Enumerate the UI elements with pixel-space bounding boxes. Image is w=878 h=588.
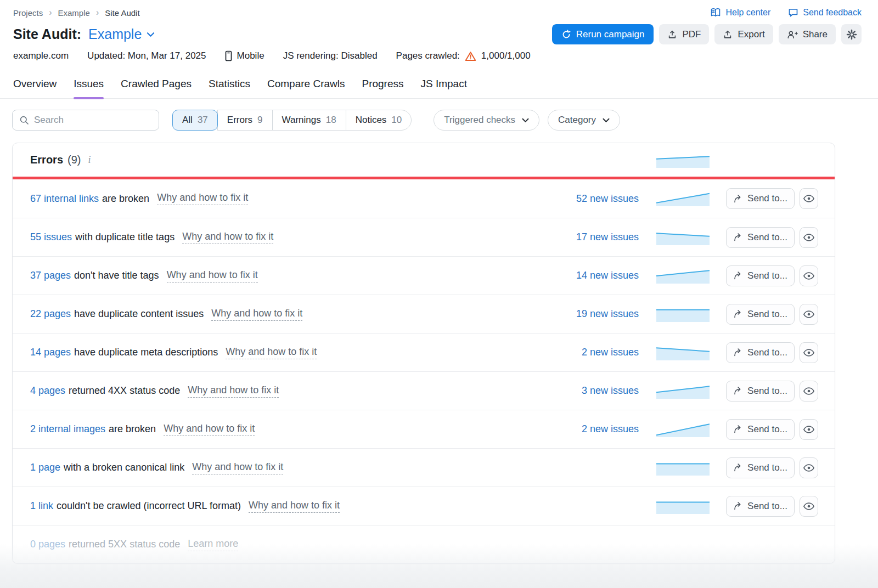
- send-to-label: Send to...: [747, 232, 787, 243]
- issue-count-link[interactable]: 1 page: [30, 462, 60, 473]
- tab-js-impact[interactable]: JS Impact: [421, 75, 467, 98]
- search-input[interactable]: [34, 115, 152, 126]
- send-to-label: Send to...: [747, 193, 787, 204]
- learn-more-link[interactable]: Learn more: [188, 538, 238, 551]
- filter-chip-all[interactable]: All 37: [172, 110, 218, 131]
- category-dropdown[interactable]: Category: [548, 110, 620, 131]
- trend-sparkline: [656, 307, 710, 322]
- breadcrumb-separator: ›: [49, 8, 52, 17]
- pdf-button[interactable]: PDF: [659, 24, 709, 44]
- tab-crawled-pages[interactable]: Crawled Pages: [121, 75, 192, 98]
- trend-sparkline: [656, 230, 710, 245]
- why-how-to-fix-link[interactable]: Why and how to fix it: [249, 500, 340, 513]
- why-how-to-fix-link[interactable]: Why and how to fix it: [226, 346, 317, 359]
- info-icon[interactable]: i: [88, 154, 91, 166]
- issue-count-link[interactable]: 14 pages: [30, 347, 71, 358]
- hide-issue-button[interactable]: [800, 227, 818, 248]
- issue-count-link[interactable]: 1 link: [30, 500, 53, 512]
- eye-icon: [803, 502, 814, 511]
- why-how-to-fix-link[interactable]: Why and how to fix it: [182, 231, 273, 244]
- filter-chip-warnings[interactable]: Warnings 18: [272, 110, 346, 131]
- eye-icon: [803, 387, 814, 395]
- send-to-button[interactable]: Send to...: [726, 457, 795, 478]
- tab-issues[interactable]: Issues: [74, 75, 104, 98]
- hide-issue-button[interactable]: [800, 265, 818, 286]
- issue-count-link[interactable]: 55 issues: [30, 231, 72, 243]
- send-to-button[interactable]: Send to...: [726, 496, 795, 517]
- issue-row-muted: 0 pages returned 5XX status code Learn m…: [13, 525, 835, 563]
- send-to-label: Send to...: [747, 347, 787, 358]
- breadcrumb-separator: ›: [96, 8, 99, 17]
- why-how-to-fix-link[interactable]: Why and how to fix it: [157, 192, 248, 205]
- issue-count-link[interactable]: 4 pages: [30, 385, 65, 397]
- send-feedback-link[interactable]: Send feedback: [788, 8, 862, 18]
- send-to-button[interactable]: Send to...: [726, 265, 795, 286]
- hide-issue-button[interactable]: [800, 304, 818, 325]
- issue-description: have duplicate content issues: [74, 308, 204, 320]
- issue-description: are broken: [102, 193, 149, 205]
- issue-description: returned 4XX status code: [69, 385, 180, 397]
- new-issues-link[interactable]: 14 new issues: [576, 270, 639, 281]
- tab-progress[interactable]: Progress: [362, 75, 403, 98]
- issue-description: are broken: [109, 423, 156, 435]
- send-to-button[interactable]: Send to...: [726, 188, 795, 209]
- export-button[interactable]: Export: [714, 24, 773, 44]
- filter-chip-notices[interactable]: Notices 10: [346, 110, 412, 131]
- why-how-to-fix-link[interactable]: Why and how to fix it: [188, 385, 279, 398]
- send-to-button[interactable]: Send to...: [726, 419, 795, 440]
- why-how-to-fix-link[interactable]: Why and how to fix it: [164, 423, 255, 436]
- forward-arrow-icon: [733, 386, 742, 395]
- rerun-campaign-button[interactable]: Rerun campaign: [552, 24, 654, 44]
- breadcrumb-projects[interactable]: Projects: [13, 8, 43, 18]
- gear-icon: [846, 29, 857, 40]
- issue-count-link[interactable]: 2 internal images: [30, 423, 105, 435]
- issue-count-link[interactable]: 22 pages: [30, 308, 71, 320]
- eye-icon: [803, 233, 814, 242]
- triggered-checks-dropdown[interactable]: Triggered checks: [434, 110, 539, 131]
- share-button[interactable]: Share: [779, 24, 836, 44]
- new-issues-link[interactable]: 17 new issues: [576, 231, 639, 242]
- js-rendering-label: JS rendering: Disabled: [283, 50, 378, 61]
- why-how-to-fix-link[interactable]: Why and how to fix it: [211, 308, 302, 321]
- project-selector[interactable]: Example: [88, 26, 155, 42]
- why-how-to-fix-link[interactable]: Why and how to fix it: [192, 461, 283, 474]
- new-issues-link[interactable]: 52 new issues: [576, 193, 639, 204]
- send-to-label: Send to...: [747, 386, 787, 397]
- new-issues-link[interactable]: 2 new issues: [582, 423, 639, 434]
- hide-issue-button[interactable]: [800, 496, 818, 517]
- tab-statistics[interactable]: Statistics: [209, 75, 250, 98]
- help-center-link[interactable]: Help center: [710, 8, 770, 18]
- new-issues-link[interactable]: 2 new issues: [582, 347, 639, 358]
- send-to-button[interactable]: Send to...: [726, 342, 795, 363]
- tab-overview[interactable]: Overview: [13, 75, 57, 98]
- tab-compare-crawls[interactable]: Compare Crawls: [267, 75, 345, 98]
- hide-issue-button[interactable]: [800, 342, 818, 363]
- why-how-to-fix-link[interactable]: Why and how to fix it: [167, 269, 258, 282]
- forward-arrow-icon: [733, 348, 742, 357]
- warning-triangle-icon[interactable]: [465, 51, 476, 61]
- eye-icon: [803, 310, 814, 319]
- chat-bubble-icon: [788, 8, 798, 18]
- send-to-button[interactable]: Send to...: [726, 227, 795, 248]
- issue-count-link[interactable]: 67 internal links: [30, 193, 99, 205]
- new-issues-link[interactable]: 19 new issues: [576, 308, 639, 319]
- new-issues-link[interactable]: 3 new issues: [582, 385, 639, 396]
- issues-rows: 67 internal links are broken Why and how…: [13, 179, 835, 525]
- eye-icon: [803, 272, 814, 280]
- hide-issue-button[interactable]: [800, 419, 818, 440]
- send-to-button[interactable]: Send to...: [726, 304, 795, 325]
- hide-issue-button[interactable]: [800, 381, 818, 402]
- hide-issue-button[interactable]: [800, 457, 818, 478]
- domain-label: example.com: [13, 50, 69, 61]
- settings-button[interactable]: [841, 24, 862, 44]
- filter-chip-errors[interactable]: Errors 9: [217, 110, 273, 131]
- breadcrumb-example[interactable]: Example: [58, 8, 90, 18]
- issue-count-link[interactable]: 37 pages: [30, 270, 71, 281]
- issue-count-link[interactable]: 0 pages: [30, 539, 65, 550]
- forward-arrow-icon: [733, 463, 742, 472]
- send-to-button[interactable]: Send to...: [726, 381, 795, 402]
- breadcrumb: Projects › Example › Site Audit: [13, 8, 140, 18]
- hide-issue-button[interactable]: [800, 188, 818, 209]
- eye-icon: [803, 425, 814, 434]
- errors-card: Errors (9) i 67 internal links are broke…: [12, 143, 835, 564]
